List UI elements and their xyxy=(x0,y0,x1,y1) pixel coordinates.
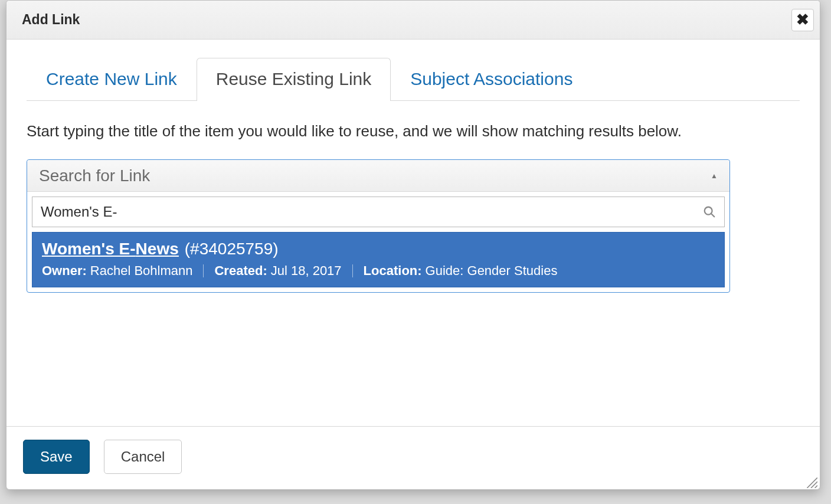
meta-divider xyxy=(352,264,353,277)
search-icon xyxy=(703,205,716,218)
modal-footer: Save Cancel xyxy=(6,426,820,489)
search-input-row xyxy=(32,197,725,227)
result-meta: Owner: Rachel Bohlmann Created: Jul 18, … xyxy=(42,263,715,279)
add-link-modal: Add Link ✖ Create New Link Reuse Existin… xyxy=(6,0,820,490)
tab-bar: Create New Link Reuse Existing Link Subj… xyxy=(27,57,800,101)
tab-reuse-existing-link[interactable]: Reuse Existing Link xyxy=(197,58,391,101)
svg-line-4 xyxy=(815,486,817,488)
tab-create-new-link[interactable]: Create New Link xyxy=(27,58,197,101)
search-combobox-header[interactable]: Search for Link ▲ xyxy=(27,160,729,192)
created-value: Jul 18, 2017 xyxy=(271,263,342,279)
result-id: (#34025759) xyxy=(185,240,279,258)
close-button[interactable]: ✖ xyxy=(791,9,814,31)
save-button[interactable]: Save xyxy=(23,440,90,474)
tab-subject-associations[interactable]: Subject Associations xyxy=(391,58,592,101)
search-combobox: Search for Link ▲ xyxy=(27,159,730,293)
location-label: Location: xyxy=(364,263,422,279)
location-value: Guide: Gender Studies xyxy=(426,263,558,279)
cancel-button[interactable]: Cancel xyxy=(104,440,182,474)
owner-value: Rachel Bohlmann xyxy=(90,263,193,279)
close-icon: ✖ xyxy=(796,11,809,29)
result-title-rest: News xyxy=(136,240,179,258)
search-input[interactable] xyxy=(40,203,703,221)
instruction-text: Start typing the title of the item you w… xyxy=(27,121,800,142)
modal-header: Add Link ✖ xyxy=(6,1,820,40)
svg-line-1 xyxy=(711,214,715,217)
search-result-item[interactable]: Women's E-News (#34025759) Owner: Rachel… xyxy=(32,232,725,287)
resize-handle[interactable] xyxy=(804,475,817,488)
result-title-match: Women's E- xyxy=(42,240,136,258)
meta-divider xyxy=(203,264,204,277)
modal-title: Add Link xyxy=(22,12,791,28)
created-label: Created: xyxy=(214,263,267,279)
search-placeholder-display: Search for Link xyxy=(39,166,711,185)
chevron-up-icon: ▲ xyxy=(711,172,718,180)
owner-label: Owner: xyxy=(42,263,87,279)
result-title: Women's E-News (#34025759) xyxy=(42,240,715,258)
